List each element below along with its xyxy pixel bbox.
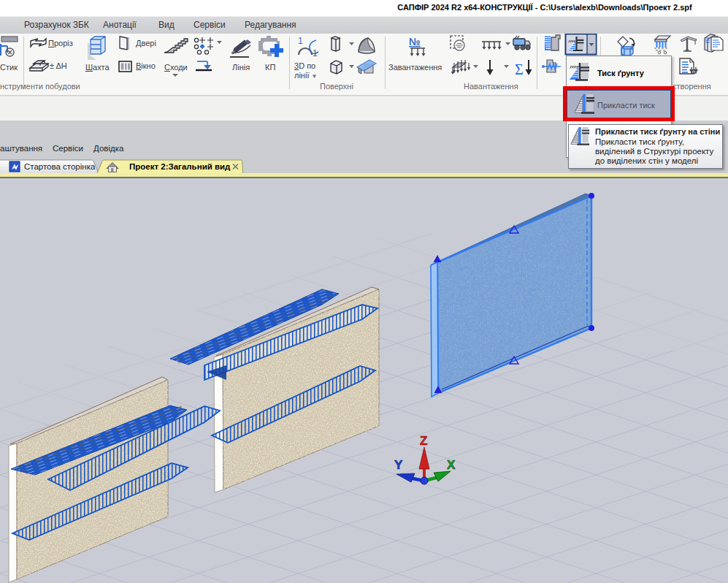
svg-text:Y: Y xyxy=(394,458,403,472)
svg-text:Σ: Σ xyxy=(515,61,524,77)
svg-text:Z: Z xyxy=(420,434,427,448)
svg-text:1: 1 xyxy=(313,48,318,58)
svg-text:X: X xyxy=(447,458,456,472)
svg-text:1: 1 xyxy=(298,36,303,46)
svg-text:№: № xyxy=(409,36,421,47)
